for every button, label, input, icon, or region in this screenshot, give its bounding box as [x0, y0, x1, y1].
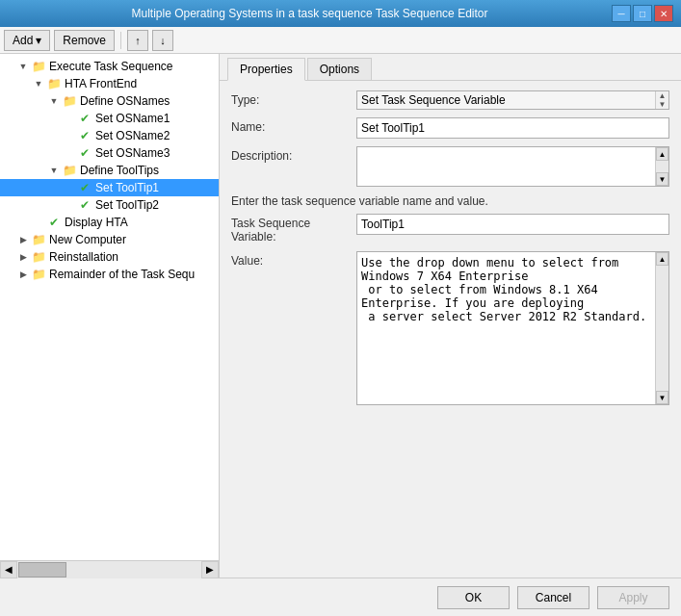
remove-label: Remove	[63, 34, 106, 47]
minimize-button[interactable]: ─	[612, 5, 631, 22]
tree-scroll-track[interactable]	[17, 561, 201, 578]
tree-item-osname1[interactable]: ✔ Set OSName1	[0, 110, 219, 127]
title-bar: Multiple Operating Systems in a task seq…	[0, 0, 681, 27]
check-icon-tooltip1: ✔	[77, 180, 92, 195]
tree-item-tooltip2[interactable]: ✔ Set ToolTip2	[0, 196, 219, 214]
value-label: Value:	[231, 251, 356, 268]
ok-label: OK	[465, 591, 482, 604]
tree-item-remainder[interactable]: ▶ 📁 Remainder of the Task Sequ	[0, 266, 219, 283]
expand-icon-osnames: ▼	[48, 95, 60, 107]
folder-icon-remainder: 📁	[31, 267, 46, 282]
value-scroll-down[interactable]: ▼	[656, 391, 668, 404]
value-scroll-track	[656, 266, 668, 391]
tree-item-osname3[interactable]: ✔ Set OSName3	[0, 144, 219, 162]
toolbar: Add ▾ Remove ↑ ↓	[0, 27, 681, 54]
tab-bar: Properties Options	[220, 54, 681, 81]
add-button[interactable]: Add ▾	[4, 30, 50, 51]
ok-button[interactable]: OK	[437, 586, 510, 609]
tree-scroll-right[interactable]: ▶	[201, 561, 219, 578]
right-panel: Properties Options Type: ▲ ▼	[220, 54, 681, 578]
move-up-button[interactable]: ↑	[127, 30, 148, 51]
tree-item-define-osnames[interactable]: ▼ 📁 Define OSNames	[0, 92, 219, 110]
close-button[interactable]: ✕	[654, 5, 673, 22]
tree-scroll-left[interactable]: ◀	[0, 561, 17, 578]
description-label: Description:	[231, 146, 356, 163]
tree-label-define-osnames: Define OSNames	[80, 94, 170, 108]
value-textarea[interactable]	[357, 252, 655, 404]
folder-icon-tooltips: 📁	[62, 163, 77, 178]
expand-icon-hta: ▼	[33, 78, 44, 90]
value-scroll-up[interactable]: ▲	[656, 252, 668, 266]
check-icon-osname2: ✔	[77, 128, 92, 143]
folder-icon-reinstallation: 📁	[31, 249, 46, 265]
tree-label-tooltip1: Set ToolTip1	[95, 181, 159, 194]
folder-icon-new-computer: 📁	[31, 232, 46, 247]
tree-item-hta[interactable]: ▼ 📁 HTA FrontEnd	[0, 75, 219, 92]
expand-icon-tooltips: ▼	[48, 165, 60, 176]
type-row: Type: ▲ ▼	[231, 90, 669, 110]
bottom-bar: OK Cancel Apply	[0, 578, 681, 616]
remove-button[interactable]: Remove	[54, 30, 115, 51]
type-scroll-arrows: ▲ ▼	[655, 91, 668, 109]
check-icon-osname3: ✔	[77, 145, 92, 161]
variable-input[interactable]	[356, 214, 669, 235]
tree-label-osname1: Set OSName1	[95, 112, 170, 125]
tree-label-define-tooltips: Define ToolTips	[80, 164, 159, 177]
tree-item-define-tooltips[interactable]: ▼ 📁 Define ToolTips	[0, 162, 219, 179]
expand-icon-execute: ▼	[17, 61, 29, 72]
value-row: Value: ▲ ▼	[231, 251, 669, 405]
tree-item-execute[interactable]: ▼ 📁 Execute Task Sequence	[0, 58, 219, 75]
variable-label: Task Sequence Variable:	[231, 214, 356, 244]
tree-label-tooltip2: Set ToolTip2	[95, 198, 159, 212]
check-icon-tooltip2: ✔	[77, 197, 92, 213]
tree-label-execute: Execute Task Sequence	[49, 60, 173, 73]
type-input-wrapper: ▲ ▼	[356, 90, 669, 110]
tab-options[interactable]: Options	[307, 58, 372, 80]
check-icon-osname1: ✔	[77, 111, 92, 126]
tree-label-osname3: Set OSName3	[95, 146, 170, 160]
tree-scroll-thumb[interactable]	[18, 562, 66, 578]
folder-icon-osnames: 📁	[62, 93, 77, 109]
desc-scroll-up[interactable]: ▲	[656, 147, 668, 161]
properties-content: Type: ▲ ▼ Name:	[220, 81, 681, 578]
toolbar-separator	[120, 32, 121, 49]
type-label: Type:	[231, 90, 356, 107]
tree-item-new-computer[interactable]: ▶ 📁 New Computer	[0, 231, 219, 248]
apply-label: Apply	[618, 591, 647, 604]
move-down-button[interactable]: ↓	[152, 30, 173, 51]
tree-item-reinstallation[interactable]: ▶ 📁 Reinstallation	[0, 248, 219, 266]
name-label: Name:	[231, 117, 356, 134]
maximize-button[interactable]: □	[633, 5, 652, 22]
tree-label-new-computer: New Computer	[49, 233, 126, 246]
expand-icon-remainder: ▶	[17, 269, 29, 280]
variable-row: Task Sequence Variable:	[231, 214, 669, 244]
expand-icon-new-computer: ▶	[17, 234, 29, 245]
type-input[interactable]	[357, 91, 655, 109]
description-textarea[interactable]	[357, 147, 655, 186]
tab-properties[interactable]: Properties	[227, 58, 305, 81]
cancel-button[interactable]: Cancel	[517, 586, 589, 609]
description-scroll: ▲ ▼	[655, 147, 668, 186]
folder-icon-hta: 📁	[46, 76, 62, 91]
value-textarea-wrapper: ▲ ▼	[356, 251, 669, 405]
tree-scrollbar[interactable]: ◀ ▶	[0, 560, 219, 578]
tree-item-tooltip1[interactable]: ✔ Set ToolTip1	[0, 179, 219, 196]
expand-icon-reinstallation: ▶	[17, 251, 29, 263]
cancel-label: Cancel	[536, 591, 571, 604]
apply-button[interactable]: Apply	[597, 586, 669, 609]
description-control: ▲ ▼	[356, 146, 669, 187]
desc-scroll-down[interactable]: ▼	[656, 172, 668, 186]
desc-scroll-track	[656, 161, 668, 172]
name-row: Name:	[231, 117, 669, 139]
description-row: Description: ▲ ▼	[231, 146, 669, 187]
tree-label-display-hta: Display HTA	[65, 216, 128, 229]
title-bar-title: Multiple Operating Systems in a task seq…	[8, 7, 612, 20]
tree-item-display-hta[interactable]: ✔ Display HTA	[0, 214, 219, 231]
value-scroll: ▲ ▼	[655, 252, 668, 404]
type-scroll-down[interactable]: ▼	[656, 100, 668, 109]
check-icon-display-hta: ✔	[46, 215, 62, 230]
type-scroll-up[interactable]: ▲	[656, 91, 668, 100]
add-label: Add	[13, 34, 33, 47]
tree-item-osname2[interactable]: ✔ Set OSName2	[0, 127, 219, 144]
name-input[interactable]	[356, 117, 669, 139]
